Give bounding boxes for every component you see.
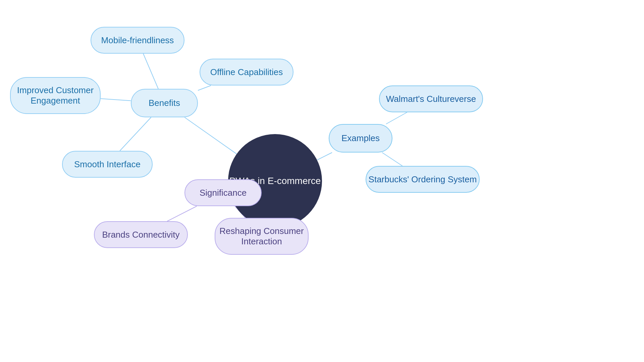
svg-line-1 — [143, 54, 158, 89]
svg-line-7 — [382, 153, 402, 166]
svg-line-3 — [198, 85, 211, 90]
svg-line-4 — [120, 117, 151, 151]
starbucks-node: Starbucks' Ordering System — [366, 166, 480, 193]
svg-line-6 — [386, 112, 407, 124]
walmart-node: Walmart's Cultureverse — [379, 85, 483, 112]
svg-line-5 — [317, 153, 332, 160]
brands-node: Brands Connectivity — [94, 221, 188, 248]
svg-line-9 — [167, 206, 197, 221]
svg-line-2 — [101, 99, 131, 101]
mobile-node: Mobile-friendliness — [91, 27, 184, 54]
benefits-node: Benefits — [131, 89, 198, 117]
smooth-node: Smooth Interface — [62, 151, 153, 178]
svg-line-0 — [184, 117, 236, 154]
improved-node: Improved Customer Engagement — [10, 77, 101, 114]
examples-node: Examples — [329, 124, 392, 153]
offline-node: Offline Capabilities — [200, 59, 293, 85]
reshaping-node: Reshaping Consumer Interaction — [215, 218, 309, 255]
significance-node: Significance — [184, 179, 262, 206]
